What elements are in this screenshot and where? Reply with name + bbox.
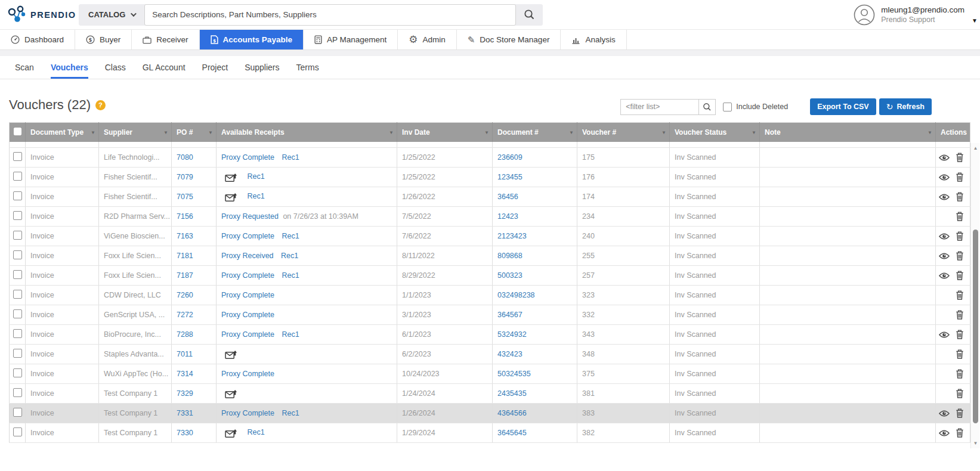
- document-link[interactable]: 12423: [497, 212, 518, 221]
- delete-icon[interactable]: [956, 310, 964, 320]
- export-csv-button[interactable]: Export To CSV: [810, 98, 876, 115]
- receipt-status-link[interactable]: Proxy Complete: [221, 291, 274, 299]
- po-link[interactable]: 7272: [177, 311, 193, 319]
- filter-search-button[interactable]: [699, 99, 716, 115]
- receipt-status-link[interactable]: Proxy Complete: [221, 232, 274, 240]
- po-link[interactable]: 7163: [177, 232, 193, 240]
- view-icon[interactable]: [939, 193, 950, 201]
- delete-icon[interactable]: [956, 271, 964, 280]
- view-icon[interactable]: [939, 272, 950, 280]
- delete-icon[interactable]: [956, 330, 964, 339]
- tab-vouchers[interactable]: Vouchers: [51, 56, 88, 79]
- tab-project[interactable]: Project: [202, 56, 228, 79]
- tab-terms[interactable]: Terms: [296, 56, 319, 79]
- receipt-status-link[interactable]: Proxy Requested: [221, 212, 279, 221]
- po-link[interactable]: 7329: [177, 389, 193, 398]
- sort-caret-icon[interactable]: ▼: [661, 129, 666, 135]
- document-link[interactable]: 4364566: [497, 409, 527, 417]
- receipt-rec-link[interactable]: Rec1: [282, 330, 299, 339]
- po-link[interactable]: 7330: [177, 429, 193, 437]
- po-link[interactable]: 7079: [177, 173, 193, 181]
- sort-caret-icon[interactable]: ▼: [928, 129, 932, 135]
- receipt-status-link[interactable]: Proxy Complete: [221, 409, 274, 417]
- sort-caret-icon[interactable]: ▼: [484, 129, 489, 135]
- receipt-upload-icon[interactable]: [225, 349, 237, 360]
- receipt-rec-link[interactable]: Rec1: [247, 172, 264, 181]
- select-all-checkbox[interactable]: [14, 128, 21, 135]
- receipt-status-link[interactable]: Proxy Complete: [221, 370, 274, 378]
- row-checkbox[interactable]: [13, 270, 22, 279]
- receipt-rec-link[interactable]: Rec1: [281, 252, 298, 260]
- delete-icon[interactable]: [956, 290, 964, 300]
- nav-item-doc-store-manager[interactable]: ✎ Doc Store Manager: [457, 30, 561, 49]
- document-link[interactable]: 500323: [497, 271, 523, 280]
- view-icon[interactable]: [939, 252, 950, 260]
- view-icon[interactable]: [939, 173, 950, 181]
- sort-caret-icon[interactable]: ▼: [389, 129, 394, 135]
- scroll-down-arrow[interactable]: ▼: [971, 441, 980, 446]
- document-link[interactable]: 2123423: [497, 232, 527, 240]
- row-checkbox[interactable]: [13, 388, 22, 397]
- table-scrollbar[interactable]: ▲ ▼: [970, 143, 979, 448]
- row-checkbox[interactable]: [13, 368, 22, 377]
- document-link[interactable]: 432423: [497, 350, 523, 358]
- delete-icon[interactable]: [956, 153, 964, 162]
- view-icon[interactable]: [939, 154, 950, 162]
- receipt-rec-link[interactable]: Rec1: [282, 409, 299, 417]
- po-link[interactable]: 7331: [177, 409, 193, 417]
- col-voucher-num[interactable]: Voucher #▼: [577, 123, 670, 142]
- row-checkbox[interactable]: [13, 211, 22, 220]
- tab-scan[interactable]: Scan: [15, 56, 34, 79]
- po-link[interactable]: 7156: [177, 212, 193, 221]
- row-checkbox[interactable]: [13, 349, 22, 358]
- view-icon[interactable]: [939, 331, 950, 339]
- document-link[interactable]: 5324932: [497, 330, 527, 339]
- catalog-dropdown[interactable]: CATALOG: [79, 4, 144, 26]
- receipt-status-link[interactable]: Proxy Received: [221, 252, 274, 260]
- col-voucher-status[interactable]: Voucher Status▼: [670, 123, 760, 142]
- user-menu[interactable]: mleung1@prendio.com Prendio Support: [854, 4, 964, 26]
- row-checkbox[interactable]: [13, 191, 22, 200]
- nav-item-buyer[interactable]: $ Buyer: [75, 30, 132, 49]
- global-search-button[interactable]: [516, 4, 543, 26]
- nav-item-dashboard[interactable]: Dashboard: [0, 30, 75, 49]
- receipt-status-link[interactable]: Proxy Complete: [221, 271, 274, 280]
- view-icon[interactable]: [939, 410, 950, 417]
- view-icon[interactable]: [939, 233, 950, 240]
- po-link[interactable]: 7288: [177, 330, 193, 339]
- row-checkbox[interactable]: [13, 250, 22, 259]
- receipt-rec-link[interactable]: Rec1: [282, 232, 299, 240]
- nav-item-admin[interactable]: ⚙ Admin: [398, 30, 457, 49]
- col-document-num[interactable]: Document #▼: [493, 123, 577, 142]
- po-link[interactable]: 7314: [177, 370, 193, 378]
- sort-caret-icon[interactable]: ▼: [208, 129, 213, 135]
- delete-icon[interactable]: [956, 369, 964, 379]
- tab-suppliers[interactable]: Suppliers: [245, 56, 279, 79]
- nav-item-accounts-payable[interactable]: $ Accounts Payable: [200, 30, 304, 49]
- document-link[interactable]: 36456: [497, 193, 518, 201]
- receipt-status-link[interactable]: Proxy Complete: [221, 330, 274, 339]
- receipt-rec-link[interactable]: Rec1: [282, 153, 299, 162]
- row-checkbox[interactable]: [13, 152, 22, 161]
- delete-icon[interactable]: [956, 172, 964, 182]
- scroll-up-arrow[interactable]: ▲: [971, 145, 980, 151]
- col-supplier[interactable]: Supplier▼: [99, 123, 172, 142]
- document-link[interactable]: 50324535: [497, 370, 531, 378]
- document-link[interactable]: 123455: [497, 173, 523, 181]
- delete-icon[interactable]: [956, 389, 964, 398]
- sort-caret-icon[interactable]: ▼: [163, 129, 168, 135]
- row-checkbox[interactable]: [13, 172, 22, 181]
- col-inv-date[interactable]: Inv Date▼: [397, 123, 493, 142]
- row-checkbox[interactable]: [13, 309, 22, 318]
- document-link[interactable]: 3645645: [497, 429, 527, 437]
- row-checkbox[interactable]: [13, 329, 22, 338]
- document-link[interactable]: 809868: [497, 252, 523, 260]
- receipt-upload-icon[interactable]: [225, 172, 237, 183]
- scrollbar-thumb[interactable]: [973, 230, 978, 423]
- po-link[interactable]: 7011: [177, 350, 193, 358]
- include-deleted-checkbox[interactable]: [723, 103, 732, 111]
- user-caret-icon[interactable]: ▼: [972, 17, 978, 24]
- receipt-rec-link[interactable]: Rec1: [247, 192, 264, 200]
- receipt-upload-icon[interactable]: [225, 427, 237, 439]
- nav-item-analysis[interactable]: Analysis: [561, 30, 626, 49]
